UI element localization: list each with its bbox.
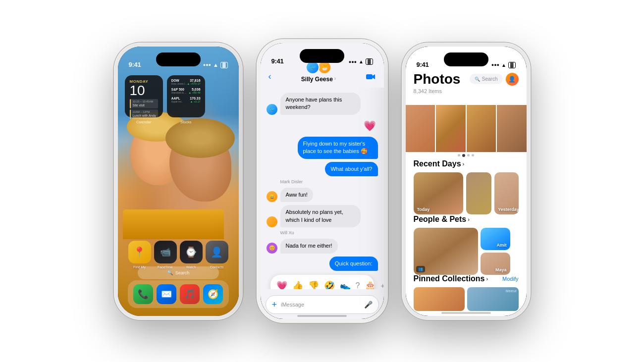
sender-will: Will Xu (280, 230, 378, 235)
music-dock-icon[interactable]: 🎵 (180, 284, 200, 304)
people-pets-title: People & Pets (414, 215, 467, 224)
iphone-home: 9:41 ●●● ▲ ▓ MONDAY 10 10:15 – 10:45AM (114, 43, 243, 320)
dynamic-island-3 (444, 52, 488, 66)
phones-container: 9:41 ●●● ▲ ▓ MONDAY 10 10:15 – 10:45AM (104, 29, 540, 333)
pinned-collections-header: Pinned Collections › Modify (406, 274, 527, 283)
pinned-card-1[interactable] (414, 287, 465, 311)
recent-days-grid: Today Yesterday (406, 172, 527, 214)
contacts-app[interactable]: 👤 Contacts (205, 241, 229, 269)
msg-bubble-noplans: Absolutely no plans yet, which I kind of… (280, 205, 361, 227)
maya-label: Maya (495, 267, 507, 272)
video-call-button[interactable] (366, 72, 376, 83)
status-icons: ●●● ▲ ▓ (203, 62, 228, 68)
messages-input-bar: + iMessage 🎤 (266, 295, 379, 314)
people-grid: 👥 Amit Maya (406, 228, 527, 275)
msg-avatar-purple: 😊 (267, 243, 277, 254)
person-card-large[interactable]: 👥 (414, 228, 478, 275)
widgets-row: MONDAY 10 10:15 – 10:45AM Site visit 11A… (125, 75, 232, 117)
recent-days-chevron: › (463, 161, 465, 167)
pinned-card-2[interactable]: Meerut (467, 287, 519, 311)
reaction-heart[interactable]: 💗 (276, 280, 287, 289)
find-my-icon: 📍 (128, 241, 151, 263)
calendar-event-2: 11AM – 12PM Lunch with Andy (130, 109, 158, 119)
dot-3[interactable] (467, 154, 470, 156)
recent-day-yesterday[interactable]: Yesterday (494, 172, 518, 214)
recent-day-today[interactable]: Today (414, 172, 464, 214)
home-search-bar[interactable]: 🔍 Search (138, 266, 219, 279)
photos-title: Photos (414, 71, 461, 87)
calendar-widget-label: Calendar (125, 120, 163, 124)
featured-photo-3[interactable] (467, 105, 496, 152)
recent-days-title: Recent Days (414, 159, 461, 168)
mail-dock-icon[interactable]: ✉️ (157, 284, 176, 304)
msg-bubble-nada: Nada for me either! (280, 239, 338, 253)
microphone-icon[interactable]: 🎤 (364, 301, 373, 309)
facetime-app[interactable]: 📹 FaceTime (154, 241, 177, 269)
msg-avatar-orange-2 (267, 216, 277, 227)
calendar-events: 10:15 – 10:45AM Site visit 11AM – 12PM L… (130, 99, 158, 119)
dot-4[interactable] (472, 154, 474, 156)
dot-2[interactable] (462, 154, 465, 157)
message-7: 😊 Nada for me either! (267, 239, 378, 253)
dynamic-island (156, 52, 201, 66)
find-my-app[interactable]: 📍 Find My (128, 241, 152, 269)
recent-days-header: Recent Days › (406, 159, 527, 168)
messages-plus-button[interactable]: + (272, 300, 277, 310)
search-label-photos: Search (482, 76, 498, 82)
photos-profile-button[interactable]: 👤 (506, 73, 519, 86)
wifi-icon-2: ▲ (359, 59, 364, 64)
iphone-photos: 9:41 ●●● ▲ ▓ Photos 🔍 Search (402, 43, 531, 320)
search-icon: 🔍 (167, 270, 173, 275)
wifi-icon-3: ▲ (501, 62, 506, 68)
photos-search-button[interactable]: 🔍 Search (470, 74, 503, 84)
message-1: 🐦 Anyone have plans this weekend? (267, 93, 378, 115)
group-name: Silly Geese (301, 76, 333, 83)
wallpaper-shirt (123, 209, 224, 239)
pinned-collections-title: Pinned Collections (414, 274, 485, 283)
dot-1[interactable] (458, 154, 460, 156)
msg-avatar-orange: 😄 (267, 191, 277, 202)
phone-dock-icon[interactable]: 📞 (133, 284, 153, 304)
featured-photo-1[interactable] (406, 105, 435, 152)
message-6: Absolutely no plans yet, which I kind of… (267, 205, 378, 227)
photos-count: 8,342 Items (414, 88, 519, 94)
photos-dots (406, 154, 527, 157)
pinned-chevron: › (486, 276, 488, 282)
photos-bg: 9:41 ●●● ▲ ▓ Photos 🔍 Search (406, 47, 527, 316)
reaction-shoes[interactable]: 👟 (340, 280, 351, 289)
stock-item-aapl: AAPL Apple Inc. 170.33 +3.17 (171, 97, 201, 103)
photos-header: Photos 🔍 Search 👤 8,342 Items (406, 71, 527, 94)
msg-bubble-yall: What about y'all? (325, 162, 377, 176)
reaction-bar[interactable]: 💗 👍 👎 🤣 👟 ? 🎂 + (270, 275, 374, 289)
status-time-3: 9:41 (417, 61, 429, 68)
stocks-widget[interactable]: DOW Dow Jones I... 37,816 +570.17 S&P 50… (167, 75, 205, 117)
today-label: Today (417, 207, 430, 212)
reaction-add[interactable]: + (380, 279, 383, 289)
stock-item-dow: DOW Dow Jones I... 37,816 +570.17 (171, 79, 201, 85)
svg-rect-0 (366, 74, 373, 79)
messages-screen: 9:41 ●●● ▲ ▓ ‹ 🐦 🐣 (261, 43, 384, 319)
reaction-question[interactable]: ? (356, 281, 360, 289)
modify-link[interactable]: Modify (502, 276, 518, 282)
safari-dock-icon[interactable]: 🧭 (203, 284, 223, 304)
person-amit[interactable]: Amit (481, 228, 510, 250)
calendar-widget[interactable]: MONDAY 10 10:15 – 10:45AM Site visit 11A… (125, 75, 163, 117)
reaction-cake[interactable]: 🎂 (365, 280, 376, 289)
person-maya[interactable]: Maya (481, 253, 510, 275)
reaction-laugh[interactable]: 🤣 (324, 280, 335, 289)
reaction-thumbsdown[interactable]: 👎 (308, 280, 319, 289)
photos-featured-strip (406, 105, 527, 152)
search-label: Search (175, 270, 190, 275)
msg-bubble-aww: Aww fun! (280, 188, 313, 202)
imessage-input[interactable]: iMessage (281, 302, 360, 308)
photos-screen: 9:41 ●●● ▲ ▓ Photos 🔍 Search (406, 47, 527, 316)
featured-photo-4[interactable] (497, 105, 527, 152)
recent-day-middle[interactable] (466, 172, 491, 214)
calendar-event-1: 10:15 – 10:45AM Site visit (130, 99, 158, 109)
amit-label: Amit (497, 243, 507, 248)
featured-photo-2[interactable] (436, 105, 466, 152)
status-icons-3: ●●● ▲ ▓ (491, 62, 516, 68)
reaction-thumbsup[interactable]: 👍 (292, 280, 303, 289)
search-icon-photos: 🔍 (475, 77, 480, 82)
watch-app[interactable]: ⌚ Watch (179, 241, 203, 269)
